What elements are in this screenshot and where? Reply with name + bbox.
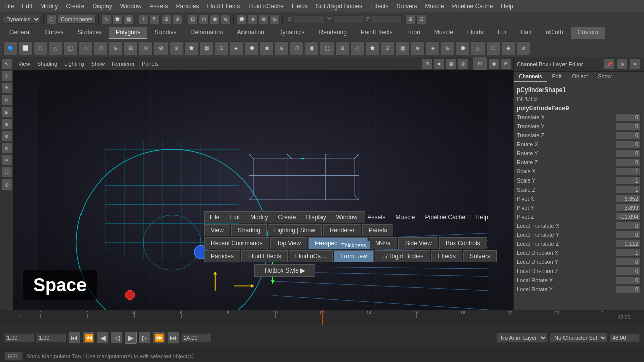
shelf-icon-11[interactable]: ⊛ [154, 41, 168, 55]
shelf-icon-31[interactable]: ⬢ [456, 41, 470, 55]
tab-polygons[interactable]: Polygons [109, 27, 147, 39]
vp-icon-b[interactable]: ◉ [488, 58, 499, 69]
shelf-icon-29[interactable]: ◈ [426, 41, 440, 55]
play-skip-start[interactable]: ⏮ [68, 332, 80, 344]
toolbar-select[interactable]: ↖ [101, 14, 111, 24]
menu-pipelinecache[interactable]: Pipeline Cache [448, 2, 497, 11]
play-next-key[interactable]: ⏩ [153, 332, 165, 344]
ch-value-pvx[interactable]: 6.352 [616, 195, 641, 203]
tab-hair[interactable]: Hair [514, 27, 539, 39]
shelf-icon-17[interactable]: ⬢ [245, 41, 259, 55]
hb-create[interactable]: Create [273, 212, 301, 223]
ch-value-rx[interactable]: 0 [616, 140, 641, 148]
lt-paint[interactable]: ✏ [1, 155, 12, 166]
tab-fur[interactable]: Fur [491, 27, 514, 39]
coord-x[interactable] [294, 15, 324, 23]
menu-file[interactable]: File [0, 2, 18, 11]
hb-assets[interactable]: Assets [362, 212, 390, 223]
hb-hotbox-style[interactable]: Hotbox Style ▶ [254, 264, 315, 277]
vp-icon-light[interactable]: ◎ [458, 58, 469, 69]
toolbar-lasso[interactable]: ⬟ [112, 14, 122, 24]
ch-value-sx[interactable]: 1 [616, 167, 641, 175]
shelf-icon-24[interactable]: ◎ [350, 41, 364, 55]
hb-pipeline[interactable]: Pipeline Cache [420, 212, 470, 223]
vp-icon-a[interactable]: ⊡ [473, 57, 487, 71]
hb-help[interactable]: Help [470, 212, 493, 223]
toolbar-icon-c[interactable]: ◉ [210, 14, 220, 24]
hb-top-view[interactable]: Top View [270, 237, 307, 249]
mode-dropdown[interactable]: Dynamics Animation Modeling [2, 15, 41, 24]
playbar-character-set[interactable]: No Character Set [550, 333, 608, 343]
toolbar-move[interactable]: ✛ [139, 14, 149, 24]
hb-edit[interactable]: Edit [224, 212, 245, 223]
hb-window[interactable]: Window [331, 212, 363, 223]
menu-fields[interactable]: Fields [288, 2, 312, 11]
hb-shading[interactable]: Shading [231, 224, 267, 236]
tab-painteffects[interactable]: PaintEffects [354, 27, 400, 39]
shelf-icon-6[interactable]: ▷ [78, 41, 93, 55]
lt-softmod[interactable]: ⊛ [1, 131, 12, 142]
hb-particles[interactable]: Particles [204, 250, 240, 262]
shelf-icon-12[interactable]: ⊗ [169, 41, 183, 55]
toolbar-universal[interactable]: ⊕ [172, 14, 182, 24]
menu-help[interactable]: Help [497, 2, 517, 11]
toolbar-icon-d[interactable]: ⊛ [221, 14, 231, 24]
toolbar-icon-h[interactable]: ⊕ [270, 14, 280, 24]
ch-value-sy[interactable]: 1 [616, 176, 641, 185]
lt-layout[interactable]: ⬡ [1, 167, 12, 178]
rp-tab-edit[interactable]: Edit [547, 72, 567, 82]
lt-snap[interactable]: ◎ [1, 179, 12, 190]
shelf-icon-33[interactable]: ⬡ [486, 41, 500, 55]
coord-z[interactable] [372, 15, 402, 23]
tab-ncloth[interactable]: nCloth [539, 27, 571, 39]
shelf-icon-34[interactable]: ◉ [501, 41, 515, 55]
shelf-icon-13[interactable]: ⬟ [184, 41, 198, 55]
toolbar-icon-snap[interactable]: ⊡ [416, 14, 426, 24]
vp-menu-view[interactable]: View [15, 60, 33, 68]
lt-rotate[interactable]: ↻ [1, 95, 12, 106]
ch-value-rz[interactable]: 0 [616, 158, 641, 166]
play-next-frame[interactable]: ▷ [139, 332, 151, 344]
ch-value-tx[interactable]: 0 [616, 113, 641, 121]
vp-icon-wireframe[interactable]: ⊞ [422, 58, 433, 69]
tab-muscle[interactable]: Muscle [427, 27, 460, 39]
shelf-icon-25[interactable]: ⬟ [365, 41, 379, 55]
hb-renderer[interactable]: Renderer [323, 224, 361, 236]
toolbar-icon-grid[interactable]: ⊞ [405, 14, 415, 24]
menu-softrigidbodies[interactable]: Soft/Rigid Bodies [312, 2, 366, 11]
toolbar-icon-a[interactable]: ⊡ [188, 14, 198, 24]
tab-fluids[interactable]: Fluids [460, 27, 491, 39]
hb-panels[interactable]: Panels [362, 224, 394, 236]
timeline-ruler[interactable]: 024681012141618202224 [40, 310, 604, 325]
viewport-panel[interactable]: View Shading Lighting Show Renderer Pane… [13, 57, 513, 310]
rp-tab-show[interactable]: Show [593, 72, 617, 82]
tab-toon[interactable]: Toon [400, 27, 427, 39]
playbar-range-end[interactable] [610, 333, 640, 342]
ch-value-ty[interactable]: 0 [616, 122, 641, 130]
hb-recent-commands[interactable]: Recent Commands [204, 237, 269, 249]
play-prev-frame[interactable]: ◀ [97, 332, 109, 344]
menu-solvers[interactable]: Solvers [393, 2, 421, 11]
vp-menu-shading[interactable]: Shading [34, 60, 60, 68]
toolbar-paint[interactable]: ▦ [123, 14, 133, 24]
toolbar-icon-e[interactable]: ⬢ [236, 14, 247, 24]
playbar-anim-layer[interactable]: No Anim Layer [496, 333, 548, 343]
ch-value-lry[interactable]: 0 [616, 285, 641, 293]
shelf-icon-15[interactable]: ⊡ [214, 41, 228, 55]
play-back[interactable]: ◁ [111, 332, 123, 344]
hb-lighting-show[interactable]: Lighting | Show [268, 224, 322, 236]
ch-value-ldx[interactable]: 1 [616, 249, 641, 257]
shelf-icon-30[interactable]: ⊕ [441, 41, 455, 55]
tab-animation[interactable]: Animation [230, 27, 271, 39]
hb-side-view[interactable]: Side View [398, 237, 438, 249]
menu-display[interactable]: Display [88, 2, 116, 11]
mel-python-selector[interactable]: MEL [4, 352, 23, 361]
shelf-icon-20[interactable]: ⬡ [290, 41, 304, 55]
tab-curves[interactable]: Curves [38, 27, 71, 39]
toolbar-scale[interactable]: ⊞ [161, 14, 171, 24]
shelf-icon-1[interactable]: 🔷 [3, 41, 17, 55]
ch-value-ldy[interactable]: 0 [616, 258, 641, 266]
components-button[interactable]: Components [57, 15, 96, 24]
vp-menu-lighting[interactable]: Lighting [61, 60, 87, 68]
ch-value-ry[interactable]: 0 [616, 149, 641, 157]
